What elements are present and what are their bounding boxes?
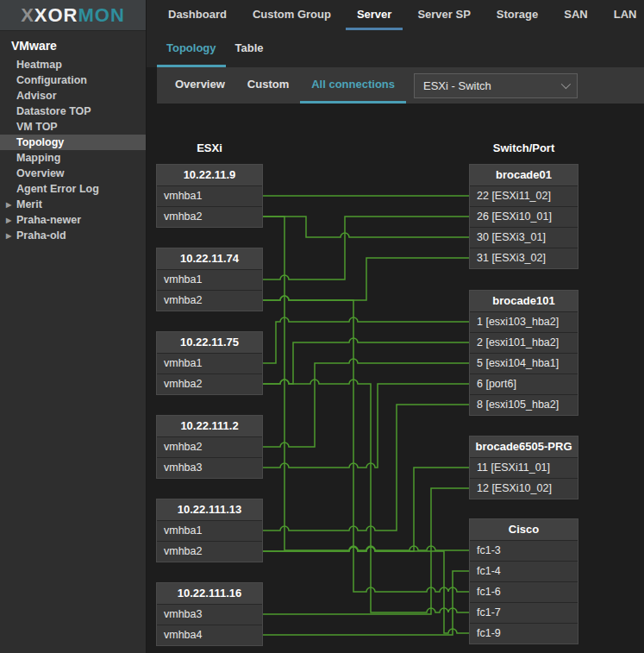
switch-port-30-esxi3-01[interactable]: 30 [ESXi3_01]	[470, 227, 578, 248]
host-port-vmhba2[interactable]: vmhba2	[157, 290, 262, 311]
sidebar-item-label: Praha-newer	[16, 214, 81, 226]
nav-item-server[interactable]: Server	[346, 0, 403, 30]
view-tabs: OverviewCustomAll connections	[164, 67, 406, 104]
connection-line	[263, 317, 469, 363]
host-node-10-22-11-9: 10.22.11.9vmhba1vmhba2	[156, 164, 263, 228]
sidebar-item-label: Heatmap	[16, 59, 62, 71]
host-port-vmhba4[interactable]: vmhba4	[157, 625, 262, 645]
host-port-vmhba2[interactable]: vmhba2	[157, 206, 262, 227]
host-port-vmhba1[interactable]: vmhba1	[157, 520, 262, 541]
tab-table[interactable]: Table	[226, 30, 273, 67]
switch-port-fc1-7[interactable]: fc1-7	[470, 602, 578, 623]
host-port-vmhba3[interactable]: vmhba3	[157, 457, 262, 478]
switch-port-31-esxi3-02[interactable]: 31 [ESXi3_02]	[470, 248, 578, 268]
switch-port-12-esxi10-02[interactable]: 12 [ESXi10_02]	[470, 478, 578, 499]
connection-line	[263, 338, 469, 384]
nav-item-server-sp[interactable]: Server SP	[406, 0, 481, 30]
switch-node-brocade101: brocade1011 [esxi103_hba2]2 [esxi101_hba…	[469, 290, 578, 416]
sidebar-item-advisor[interactable]: Advisor	[0, 88, 146, 104]
nav-item-storage[interactable]: Storage	[485, 0, 549, 30]
host-port-vmhba3[interactable]: vmhba3	[157, 604, 262, 625]
host-port-vmhba2[interactable]: vmhba2	[157, 374, 262, 394]
switch-name[interactable]: Cisco	[470, 519, 578, 540]
switch-port-22-esxi11-02[interactable]: 22 [ESXi11_02]	[470, 185, 578, 206]
switch-port-fc1-9[interactable]: fc1-9	[470, 623, 578, 644]
logo-strip: XXORMON	[0, 0, 146, 31]
switch-name[interactable]: brocade01	[470, 165, 578, 185]
sidebar-item-datastore-top[interactable]: Datastore TOP	[0, 104, 146, 119]
sidebar-item-praha-newer[interactable]: ▶Praha-newer	[0, 212, 146, 228]
xormon-logo[interactable]: XXORMON	[21, 4, 125, 27]
switch-port-fc1-4[interactable]: fc1-4	[470, 561, 578, 581]
host-port-vmhba1[interactable]: vmhba1	[157, 269, 262, 290]
sidebar-item-agent-error-log[interactable]: Agent Error Log	[0, 181, 146, 197]
tab-bar: TopologyTable	[147, 30, 644, 67]
switch-node-brocade6505-prg: brocade6505-PRG11 [ESXi11_01]12 [ESXi10_…	[469, 436, 578, 499]
sidebar-item-label: Merit	[16, 198, 42, 210]
host-name[interactable]: 10.22.111.16	[157, 583, 262, 604]
logo-text-right: MON	[78, 4, 125, 26]
tab-label: Table	[235, 41, 264, 54]
nav-item-lan[interactable]: LAN	[603, 0, 644, 30]
nav-item-san[interactable]: SAN	[553, 0, 598, 30]
chevron-right-icon[interactable]: ▶	[6, 213, 11, 229]
nav-item-custom-group[interactable]: Custom Group	[241, 0, 342, 30]
tab-label: Server	[357, 8, 391, 21]
tab-topology[interactable]: Topology	[157, 30, 226, 67]
switch-port-1-esxi103-hba2[interactable]: 1 [esxi103_hba2]	[470, 311, 578, 332]
host-port-vmhba1[interactable]: vmhba1	[157, 353, 262, 374]
switch-port-26-esxi10-01[interactable]: 26 [ESXi10_01]	[470, 206, 578, 227]
xormon-app: { "brand": { "logo_left": "XOR", "logo_r…	[0, 0, 644, 653]
host-name[interactable]: 10.22.111.13	[157, 499, 262, 520]
tab-label: Topology	[166, 41, 216, 54]
chevron-right-icon[interactable]: ▶	[6, 229, 11, 244]
sidebar-item-overview[interactable]: Overview	[0, 166, 146, 181]
tab-label: Custom	[247, 78, 289, 91]
switch-port-5-esxi104-hba1[interactable]: 5 [esxi104_hba1]	[470, 353, 578, 374]
sidebar-item-merit[interactable]: ▶Merit	[0, 197, 146, 212]
sidebar-item-praha-old[interactable]: ▶Praha-old	[0, 228, 146, 243]
host-port-vmhba2[interactable]: vmhba2	[157, 436, 262, 457]
host-name[interactable]: 10.22.11.9	[157, 165, 262, 185]
chevron-right-icon[interactable]: ▶	[6, 198, 11, 213]
host-name[interactable]: 10.22.111.2	[157, 416, 262, 436]
view-tab-all-connections[interactable]: All connections	[300, 67, 406, 104]
switch-port-11-esxi11-01[interactable]: 11 [ESXi11_01]	[470, 457, 578, 478]
logo-text-left: XOR	[34, 4, 78, 26]
view-tab-overview[interactable]: Overview	[164, 67, 236, 104]
sidebar-item-configuration[interactable]: Configuration	[0, 72, 146, 88]
sidebar-item-mapping[interactable]: Mapping	[0, 150, 146, 166]
sidebar-item-label: VM TOP	[16, 121, 58, 133]
host-name[interactable]: 10.22.11.74	[157, 248, 262, 269]
sidebar-item-topology[interactable]: Topology	[0, 135, 146, 150]
nav-item-dashboard[interactable]: Dashboard	[157, 0, 238, 30]
tab-label: Dashboard	[168, 8, 227, 21]
switch-name[interactable]: brocade101	[470, 291, 578, 311]
sidebar-section-title: VMware	[0, 31, 146, 57]
sidebar-item-vm-top[interactable]: VM TOP	[0, 119, 146, 135]
sidebar-item-heatmap[interactable]: Heatmap	[0, 57, 146, 72]
topology-type-select[interactable]: ESXi - Switch	[414, 73, 578, 98]
host-port-vmhba2[interactable]: vmhba2	[157, 541, 262, 562]
switch-port-fc1-3[interactable]: fc1-3	[470, 540, 578, 561]
column-title-switch: Switch/Port	[469, 141, 578, 154]
sidebar-item-label: Agent Error Log	[16, 183, 99, 195]
switch-port-fc1-6[interactable]: fc1-6	[470, 581, 578, 602]
sidebar-item-label: Datastore TOP	[16, 105, 91, 117]
switch-name[interactable]: brocade6505-PRG	[470, 436, 578, 457]
connection-line	[263, 384, 469, 468]
sidebar-item-label: Topology	[16, 136, 64, 148]
column-title-esxi: ESXi	[156, 141, 263, 154]
host-port-vmhba1[interactable]: vmhba1	[157, 185, 262, 206]
tab-label: Custom Group	[253, 8, 331, 21]
switch-port-2-esxi101-hba2[interactable]: 2 [esxi101_hba2]	[470, 332, 578, 353]
connection-line	[263, 296, 469, 592]
switch-port-8-esxi105-hba2[interactable]: 8 [esxi105_hba2]	[470, 394, 578, 415]
view-tab-custom[interactable]: Custom	[236, 67, 300, 104]
host-name[interactable]: 10.22.11.75	[157, 332, 262, 353]
sidebar-items: HeatmapConfigurationAdvisorDatastore TOP…	[0, 57, 146, 243]
connection-line	[263, 380, 469, 612]
switch-port-6-port6[interactable]: 6 [port6]	[470, 374, 578, 394]
topology-type-value: ESXi - Switch	[423, 79, 491, 92]
sidebar-item-label: Mapping	[16, 152, 60, 164]
